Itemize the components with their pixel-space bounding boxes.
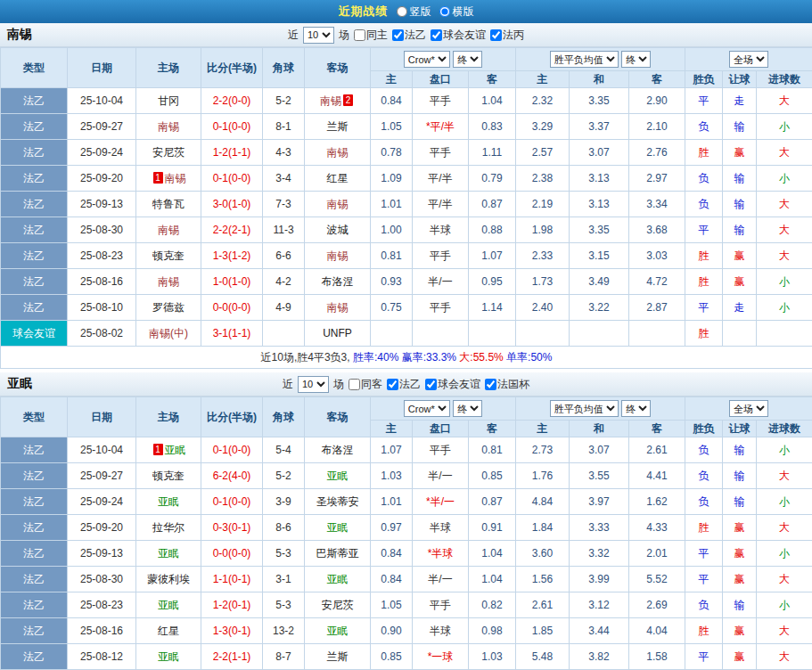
score-cell[interactable]: 2-2(0-0) [201,88,263,114]
score-cell[interactable]: 6-2(4-0) [201,463,263,489]
score-cell[interactable]: 0-1(0-0) [201,437,263,463]
filter-checkbox-1[interactable]: 法乙 [387,377,421,392]
team-link[interactable]: 亚眠 [327,573,349,585]
team-link[interactable]: 南锡 [327,301,349,314]
team-link[interactable]: 红星 [327,172,349,184]
team-link[interactable]: 南锡 [320,94,341,107]
team-link[interactable]: 南锡 [158,120,179,133]
score-cell[interactable]: 3-0(1-0) [201,192,263,217]
team-link[interactable]: 圣埃蒂安 [316,495,359,508]
league-type-cell[interactable]: 法乙 [1,463,68,489]
team-link[interactable]: 亚眠 [165,444,186,456]
team-link[interactable]: 亚眠 [327,521,349,534]
score-cell[interactable]: 0-0(0-0) [201,295,263,321]
league-type-cell[interactable]: 法乙 [1,567,68,592]
filter-checkbox-2[interactable]: 球会友谊 [425,377,480,392]
scope-select[interactable]: 全场 [729,400,768,417]
league-type-cell[interactable]: 法乙 [1,166,68,192]
layout-option-horizontal[interactable]: 横版 [439,4,474,20]
match-count-select[interactable]: 10 [303,27,334,44]
league-type-cell[interactable]: 法乙 [1,217,68,243]
team-link[interactable]: 南锡(中) [149,327,188,339]
team-link[interactable]: 南锡 [158,275,179,288]
match-count-select[interactable]: 10 [298,376,329,393]
team-link[interactable]: 南锡 [165,172,186,184]
score-cell[interactable]: 2-2(2-1) [201,217,263,243]
score-cell[interactable]: 0-3(0-1) [201,515,263,541]
filter-checkbox-0[interactable]: 同主 [354,28,388,43]
score-cell[interactable]: 3-1(1-1) [201,321,263,347]
team-link[interactable]: 亚眠 [158,495,179,508]
odds-company-select[interactable]: Crow* [404,400,450,417]
score-cell[interactable]: 1-1(0-1) [201,567,263,592]
league-type-cell[interactable]: 法乙 [1,140,68,166]
team-link[interactable]: 安尼茨 [322,599,354,611]
league-type-cell[interactable]: 法乙 [1,515,68,541]
league-type-cell[interactable]: 法乙 [1,243,68,269]
team-link[interactable]: 拉华尔 [152,521,185,534]
team-link[interactable]: 南锡 [327,249,349,262]
league-type-cell[interactable]: 法乙 [1,437,68,463]
score-cell[interactable]: 1-3(0-1) [201,618,263,644]
avg-select[interactable]: 胜平负均值 [550,51,619,68]
checkbox-input[interactable] [490,29,502,41]
filter-checkbox-3[interactable]: 法丙 [490,28,524,43]
avg-stage-select[interactable]: 终 [621,400,651,417]
filter-checkbox-2[interactable]: 球会友谊 [431,28,486,43]
league-type-cell[interactable]: 法乙 [1,618,68,644]
checkbox-input[interactable] [349,379,360,390]
team-link[interactable]: 亚眠 [327,625,349,637]
score-cell[interactable]: 0-1(0-0) [201,166,263,192]
team-link[interactable]: 罗德兹 [152,301,185,314]
team-link[interactable]: 波城 [327,224,349,236]
score-cell[interactable]: 0-0(0-0) [201,541,263,567]
horizontal-radio-input[interactable] [439,6,450,17]
team-link[interactable]: 兰斯 [327,120,349,133]
odds-company-select[interactable]: Crow* [404,51,450,68]
team-link[interactable]: 布洛涅 [322,444,354,456]
avg-stage-select[interactable]: 终 [621,51,651,68]
filter-checkbox-3[interactable]: 法国杯 [485,377,529,392]
score-cell[interactable]: 1-3(1-2) [201,243,263,269]
score-cell[interactable]: 1-2(0-1) [201,592,263,618]
filter-checkbox-1[interactable]: 法乙 [392,28,426,43]
checkbox-input[interactable] [392,29,404,41]
score-cell[interactable]: 0-1(0-0) [201,489,263,515]
league-type-cell[interactable]: 法乙 [1,269,68,295]
league-type-cell[interactable]: 法乙 [1,592,68,618]
team-link[interactable]: 顿克奎 [152,249,185,262]
team-link[interactable]: 安尼茨 [152,146,185,159]
team-link[interactable]: 特鲁瓦 [152,198,185,210]
league-type-cell[interactable]: 法乙 [1,192,68,217]
checkbox-input[interactable] [425,379,437,390]
league-type-cell[interactable]: 法乙 [1,295,68,321]
score-cell[interactable]: 0-1(0-0) [201,114,263,140]
checkbox-input[interactable] [354,29,365,41]
league-type-cell[interactable]: 法乙 [1,541,68,567]
team-link[interactable]: 布洛涅 [322,275,354,288]
odds-stage-select[interactable]: 终 [453,400,482,417]
checkbox-input[interactable] [431,29,442,41]
team-link[interactable]: 亚眠 [158,599,179,611]
team-link[interactable]: 兰斯 [327,650,349,663]
vertical-radio-input[interactable] [397,6,407,17]
league-type-cell[interactable]: 法乙 [1,114,68,140]
score-cell[interactable]: 1-0(1-0) [201,269,263,295]
team-link[interactable]: 蒙彼利埃 [147,573,190,585]
checkbox-input[interactable] [485,379,496,390]
team-link[interactable]: 南锡 [158,224,179,236]
league-type-cell[interactable]: 法乙 [1,88,68,114]
score-cell[interactable]: 1-2(1-1) [201,140,263,166]
league-type-cell[interactable]: 球会友谊 [1,321,68,347]
team-link[interactable]: 南锡 [327,198,349,210]
team-link[interactable]: 亚眠 [327,470,349,482]
scope-select[interactable]: 全场 [729,51,768,68]
checkbox-input[interactable] [387,379,398,390]
odds-stage-select[interactable]: 终 [453,51,482,68]
score-cell[interactable]: 2-2(1-1) [201,644,263,670]
team-link[interactable]: 南锡 [327,146,349,159]
team-link[interactable]: 甘冈 [158,94,179,107]
team-link[interactable]: 顿克奎 [152,470,185,482]
avg-select[interactable]: 胜平负均值 [550,400,619,417]
team-link[interactable]: UNFP [323,327,352,339]
